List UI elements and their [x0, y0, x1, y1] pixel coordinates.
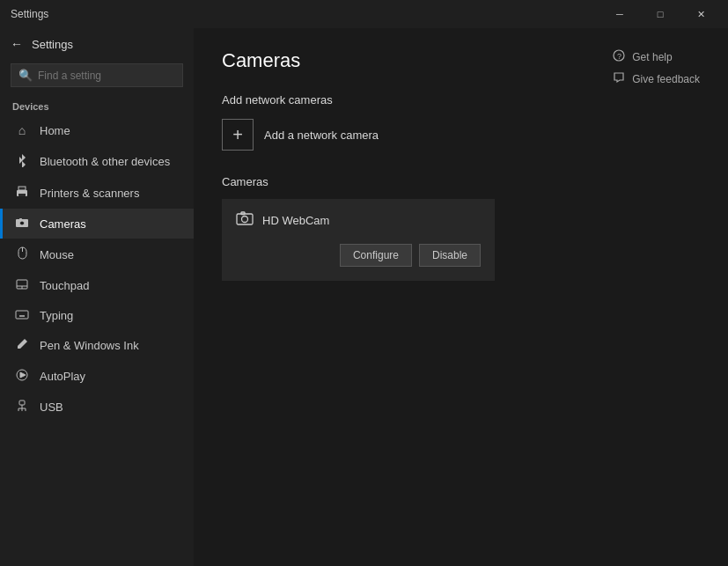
- camera-name: HD WebCam: [262, 214, 329, 227]
- sidebar-item-mouse[interactable]: Mouse: [0, 239, 194, 270]
- cameras-icon: [15, 217, 29, 231]
- search-box[interactable]: 🔍: [11, 63, 183, 87]
- pen-icon: [15, 338, 29, 353]
- get-help-icon: ?: [613, 49, 625, 64]
- mouse-icon: [15, 246, 29, 262]
- cameras-section-title: Cameras: [222, 175, 700, 188]
- svg-point-4: [20, 221, 25, 225]
- touchpad-icon: [15, 278, 29, 292]
- sidebar-item-label-usb: USB: [40, 401, 63, 414]
- sidebar-item-typing[interactable]: Typing: [0, 300, 194, 330]
- camera-device-icon: [236, 211, 254, 230]
- sidebar-item-cameras[interactable]: Cameras: [0, 209, 194, 239]
- sidebar-item-autoplay[interactable]: AutoPlay: [0, 361, 194, 392]
- add-network-section-title: Add network cameras: [222, 93, 700, 107]
- help-panel: ? Get help Give feedback: [613, 49, 700, 86]
- get-help-label: Get help: [632, 51, 672, 63]
- titlebar: Settings ─ □ ✕: [0, 0, 728, 28]
- back-arrow-icon: ←: [11, 37, 23, 51]
- sidebar-item-label-mouse: Mouse: [40, 248, 74, 261]
- camera-card-actions: Configure Disable: [236, 244, 481, 267]
- sidebar-item-label-touchpad: Touchpad: [40, 279, 89, 292]
- svg-text:?: ?: [617, 52, 621, 61]
- sidebar-item-printers[interactable]: Printers & scanners: [0, 178, 194, 209]
- close-button[interactable]: ✕: [680, 0, 721, 28]
- sidebar-item-label-typing: Typing: [40, 309, 73, 322]
- sidebar-item-label-pen: Pen & Windows Ink: [40, 339, 139, 352]
- svg-point-28: [242, 217, 248, 223]
- configure-button[interactable]: Configure: [340, 244, 412, 267]
- sidebar-item-touchpad[interactable]: Touchpad: [0, 270, 194, 300]
- svg-rect-1: [18, 187, 26, 190]
- printer-icon: [15, 186, 29, 201]
- add-network-label: Add a network camera: [264, 129, 379, 142]
- home-icon: ⌂: [15, 123, 29, 137]
- sidebar-item-label-bluetooth: Bluetooth & other devices: [40, 155, 170, 168]
- app-container: ← Settings 🔍 Devices ⌂ Home Bluetooth & …: [0, 28, 728, 566]
- sidebar-section-label: Devices: [0, 94, 194, 115]
- sidebar-item-usb[interactable]: USB: [0, 392, 194, 423]
- get-help-link[interactable]: ? Get help: [613, 49, 700, 64]
- search-icon: 🔍: [18, 69, 33, 82]
- back-label: Settings: [32, 38, 73, 51]
- sidebar-item-label-home: Home: [40, 124, 70, 137]
- sidebar-item-home[interactable]: ⌂ Home: [0, 115, 194, 145]
- titlebar-controls: ─ □ ✕: [599, 0, 721, 28]
- svg-rect-29: [241, 212, 245, 215]
- sidebar-item-bluetooth[interactable]: Bluetooth & other devices: [0, 145, 194, 178]
- svg-rect-2: [18, 194, 26, 196]
- camera-card: HD WebCam Configure Disable: [222, 199, 495, 281]
- search-input[interactable]: [38, 70, 175, 82]
- minimize-button[interactable]: ─: [599, 0, 640, 28]
- bluetooth-icon: [15, 153, 29, 170]
- svg-rect-20: [19, 401, 25, 405]
- svg-rect-27: [237, 214, 253, 224]
- camera-card-header: HD WebCam: [236, 211, 481, 230]
- back-button[interactable]: ← Settings: [0, 28, 194, 60]
- sidebar-item-label-autoplay: AutoPlay: [40, 370, 85, 383]
- svg-marker-19: [20, 372, 26, 378]
- sidebar-item-label-printers: Printers & scanners: [40, 187, 139, 200]
- maximize-button[interactable]: □: [640, 0, 680, 28]
- usb-icon: [15, 400, 29, 415]
- give-feedback-label: Give feedback: [632, 73, 700, 85]
- sidebar-item-pen[interactable]: Pen & Windows Ink: [0, 330, 194, 361]
- add-camera-icon: +: [222, 119, 254, 151]
- titlebar-title: Settings: [11, 8, 48, 20]
- give-feedback-link[interactable]: Give feedback: [613, 71, 700, 86]
- typing-icon: [15, 308, 29, 322]
- content-area: Cameras ? Get help Give feedback: [194, 28, 728, 566]
- sidebar: ← Settings 🔍 Devices ⌂ Home Bluetooth & …: [0, 28, 194, 566]
- autoplay-icon: [15, 369, 29, 384]
- svg-rect-5: [19, 218, 22, 220]
- disable-button[interactable]: Disable: [419, 244, 481, 267]
- sidebar-item-label-cameras: Cameras: [40, 217, 86, 231]
- give-feedback-icon: [613, 71, 625, 86]
- svg-rect-11: [16, 311, 28, 319]
- add-network-camera-row[interactable]: + Add a network camera: [222, 119, 700, 151]
